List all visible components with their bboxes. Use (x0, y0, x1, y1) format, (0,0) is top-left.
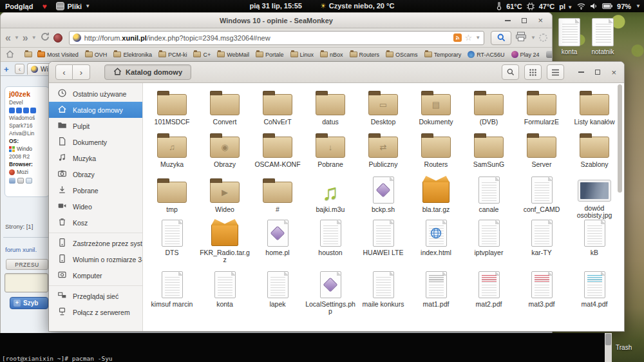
file-item-samsung[interactable]: SamSunG (462, 131, 515, 176)
file-item-wideo[interactable]: ▶Wideo (198, 176, 251, 219)
file-item-oscam-konf[interactable]: OSCAM-KONF (251, 131, 304, 176)
clock[interactable]: pią 31 lip, 15:55 (250, 2, 302, 10)
browser-titlebar[interactable]: Windows 10 - opinie - SeaMonkey × (1, 13, 552, 28)
file-item-desktop[interactable]: ▭Desktop (357, 88, 410, 131)
file-item-localsettings-php[interactable]: LocalSettings.php (304, 271, 357, 322)
file-item-bla-tar-gz[interactable]: bla.tar.gz (410, 176, 462, 219)
file-item-canale[interactable]: canale (462, 176, 515, 219)
file-item-dokumenty[interactable]: ▤Dokumenty (410, 88, 462, 131)
url-bar[interactable]: http://forum.xunil.pl/index.php?topic=23… (69, 31, 484, 45)
search-button[interactable] (491, 31, 511, 45)
desktop-icon-konta[interactable]: konta (551, 18, 587, 55)
close-button[interactable]: × (611, 70, 616, 75)
sidebar-item-kosz[interactable]: Kosz (49, 214, 142, 231)
file-item-convert[interactable]: Convert (198, 88, 251, 131)
sidebar-item-pobrane[interactable]: Pobrane (49, 182, 142, 198)
file-item-pobrane[interactable]: ↓Pobrane (304, 131, 357, 176)
bookmark-star-icon[interactable]: ☆ (465, 33, 473, 42)
bookmark-ovh[interactable]: OVH (85, 52, 108, 58)
bookmark-most-visited[interactable]: Most Visited (37, 52, 79, 58)
file-item-mat3-pdf[interactable]: mat3.pdf (515, 271, 568, 322)
volume-icon[interactable] (590, 3, 598, 10)
sidebar-item-przeglądaj-sieć[interactable]: Przeglądaj sieć (49, 288, 142, 304)
bookmark-nbox[interactable]: nBox (320, 52, 343, 58)
file-item-server[interactable]: Server (515, 131, 568, 176)
file-manager-headerbar[interactable]: ‹ › Katalog domowy × (49, 62, 624, 83)
sidebar-item-połącz-z-serwerem[interactable]: Połącz z serwerem (49, 304, 142, 320)
sidebar-item-wideo[interactable]: Wideo (49, 198, 142, 214)
file-item-dts[interactable]: DTS (146, 219, 198, 271)
bookmark-webmail[interactable]: WebMail (217, 52, 249, 58)
sidebar-item-komputer[interactable]: Komputer (49, 267, 142, 283)
file-item-mat4-pdf[interactable]: mat4.pdf (568, 271, 621, 322)
weather-indicator[interactable]: ☀Czyste niebo, 20 °C (320, 2, 394, 10)
quick-reply-button[interactable]: +Szyb (10, 297, 48, 309)
print-dropdown[interactable]: ▼ (531, 35, 536, 41)
file-item-lapek[interactable]: lapek (251, 271, 304, 322)
sidebar-item-dokumenty[interactable]: Dokumenty (49, 134, 142, 150)
file-item-houston[interactable]: houston (304, 219, 357, 271)
file-item-iptvplayer[interactable]: iptvplayer (462, 219, 515, 271)
reload-button[interactable] (40, 32, 50, 44)
bookmark-linux[interactable]: Linux (290, 52, 314, 58)
maximize-button[interactable] (522, 18, 527, 23)
file-item-convert[interactable]: CoNvErT (251, 88, 304, 131)
file-item-bajki-m3u[interactable]: ♫bajki.m3u (304, 176, 357, 219)
bookmark-rt-ac56u[interactable]: RT-AC56U (468, 51, 504, 58)
bookmarks-folder-icon[interactable] (24, 52, 32, 57)
url-dropdown[interactable]: ▼ (475, 35, 480, 41)
file-item-home-pl[interactable]: home.pl (251, 219, 304, 271)
scrollbar-thumb[interactable] (618, 84, 622, 193)
sidebar-item-zastrzeżone-przez-system[interactable]: Zastrzeżone przez system (49, 235, 142, 251)
email-icon[interactable] (17, 178, 24, 184)
path-bar-home-button[interactable]: Katalog domowy (104, 64, 191, 80)
scrollbar-thumb[interactable] (605, 334, 611, 345)
battery-icon[interactable] (602, 3, 612, 9)
desktop-icon-notatnik[interactable]: notatnik (585, 18, 621, 55)
bookmark-portale[interactable]: Portale (256, 52, 284, 58)
file-item-routers[interactable]: Routers (410, 131, 462, 176)
file-item-formularze[interactable]: FormularzE (515, 88, 568, 131)
print-button[interactable] (515, 32, 527, 44)
file-item-huawei-lte[interactable]: HUAWEI LTE (357, 219, 410, 271)
sidebar-item-katalog-domowy[interactable]: Katalog domowy (49, 102, 142, 118)
hamburger-menu-button[interactable] (547, 64, 564, 80)
search-button[interactable] (502, 64, 519, 80)
activities-button[interactable]: Podgląd (5, 3, 33, 10)
new-tab-button[interactable]: + (4, 64, 9, 74)
sidebar-item-ostatnio-używane[interactable]: Ostatnio używane (49, 86, 142, 102)
chevron-down-icon[interactable]: ▼ (636, 3, 641, 9)
minimize-button[interactable] (505, 20, 511, 21)
rss-icon[interactable] (453, 33, 462, 42)
file-item-bckp-sh[interactable]: bckp.sh (357, 176, 410, 219)
file-item-maile-konkurs[interactable]: maile konkurs (357, 271, 410, 322)
file-item-dowód-osobisty-jpg[interactable]: dowód osobisty.jpg (568, 176, 621, 219)
profile-icon[interactable] (9, 178, 15, 184)
file-item-kar-ty[interactable]: kar-TY (515, 219, 568, 271)
file-item-mat2-pdf[interactable]: mat2.pdf (462, 271, 515, 322)
bookmark-temporary[interactable]: Temporary (424, 52, 462, 58)
sidebar-item-muzyka[interactable]: Muzyka (49, 150, 142, 166)
file-item-publiczny[interactable]: ⇄Publiczny (357, 131, 410, 176)
bookmark-elektronika[interactable]: Elektronika (113, 52, 152, 58)
minimize-button[interactable] (578, 71, 584, 73)
grid-view-button[interactable] (524, 64, 542, 80)
bookmark-routers[interactable]: Routers (350, 52, 380, 58)
back-button[interactable]: « (5, 33, 11, 43)
file-item-tmp[interactable]: tmp (146, 176, 198, 219)
file-item-datus[interactable]: datus (304, 88, 357, 131)
sidebar-item-obrazy[interactable]: Obrazy (49, 166, 142, 182)
file-item-szablony[interactable]: Szablony (568, 131, 621, 176)
bookmark-c[interactable]: C+ (193, 52, 211, 58)
quick-reply-input[interactable] (5, 273, 48, 292)
bookmark-mrtg[interactable]: MRTG (546, 51, 552, 58)
sidebar-item-pulpit[interactable]: Pulpit (49, 118, 142, 134)
forum-username[interactable]: j00zek (9, 90, 49, 98)
maximize-button[interactable] (595, 70, 600, 75)
terminal-scrollbar[interactable] (605, 333, 612, 362)
scrollbar[interactable] (617, 84, 623, 330)
file-item-conf-camd[interactable]: conf_CAMD (515, 176, 568, 219)
close-button[interactable]: × (538, 17, 543, 23)
file-item-#[interactable]: # (251, 176, 304, 219)
file-item-kimsuf-marcin[interactable]: kimsuf marcin (146, 271, 198, 322)
